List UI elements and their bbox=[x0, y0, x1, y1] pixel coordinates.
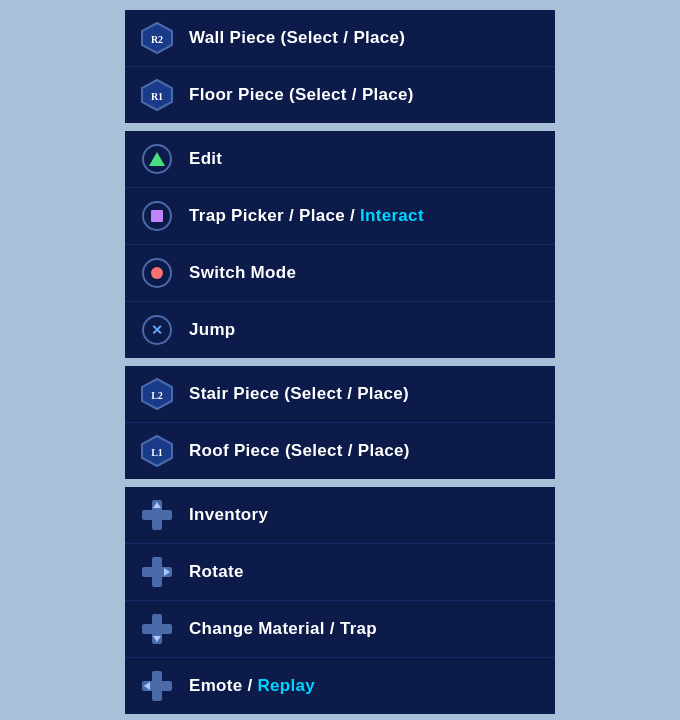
svg-text:R2: R2 bbox=[151, 34, 163, 45]
group-dpad: Inventory Rotate Change Material / Tra bbox=[125, 487, 555, 714]
triangle-icon bbox=[139, 141, 175, 177]
switch-mode-row: Switch Mode bbox=[125, 245, 555, 302]
jump-row: ✕ Jump bbox=[125, 302, 555, 358]
change-material-row: Change Material / Trap bbox=[125, 601, 555, 658]
roof-piece-label: Roof Piece (Select / Place) bbox=[189, 441, 410, 461]
circle-icon bbox=[139, 255, 175, 291]
stair-piece-label: Stair Piece (Select / Place) bbox=[189, 384, 409, 404]
group-r-triggers: R2 Wall Piece (Select / Place) R1 Floor … bbox=[125, 10, 555, 123]
jump-label: Jump bbox=[189, 320, 236, 340]
svg-text:L2: L2 bbox=[151, 390, 163, 401]
inventory-row: Inventory bbox=[125, 487, 555, 544]
wall-piece-label: Wall Piece (Select / Place) bbox=[189, 28, 405, 48]
switch-mode-label: Switch Mode bbox=[189, 263, 296, 283]
edit-row: Edit bbox=[125, 131, 555, 188]
trap-picker-row: Trap Picker / Place / Interact bbox=[125, 188, 555, 245]
svg-rect-5 bbox=[142, 510, 172, 520]
keybind-list: R2 Wall Piece (Select / Place) R1 Floor … bbox=[125, 10, 555, 720]
group-l-triggers: L2 Stair Piece (Select / Place) L1 Roof … bbox=[125, 366, 555, 479]
svg-text:L1: L1 bbox=[151, 447, 163, 458]
dpad-right-icon bbox=[139, 554, 175, 590]
rotate-row: Rotate bbox=[125, 544, 555, 601]
dpad-up-icon bbox=[139, 497, 175, 533]
dpad-down-icon bbox=[139, 611, 175, 647]
edit-label: Edit bbox=[189, 149, 222, 169]
floor-piece-row: R1 Floor Piece (Select / Place) bbox=[125, 67, 555, 123]
svg-text:R1: R1 bbox=[151, 91, 163, 102]
stair-piece-row: L2 Stair Piece (Select / Place) bbox=[125, 366, 555, 423]
floor-piece-label: Floor Piece (Select / Place) bbox=[189, 85, 414, 105]
roof-piece-row: L1 Roof Piece (Select / Place) bbox=[125, 423, 555, 479]
inventory-label: Inventory bbox=[189, 505, 268, 525]
emote-row: Emote / Replay bbox=[125, 658, 555, 714]
trap-picker-label: Trap Picker / Place / Interact bbox=[189, 206, 424, 226]
change-material-label: Change Material / Trap bbox=[189, 619, 377, 639]
r1-icon: R1 bbox=[139, 77, 175, 113]
dpad-left-icon bbox=[139, 668, 175, 704]
rotate-label: Rotate bbox=[189, 562, 244, 582]
l2-icon: L2 bbox=[139, 376, 175, 412]
square-icon bbox=[139, 198, 175, 234]
l1-icon: L1 bbox=[139, 433, 175, 469]
r2-icon: R2 bbox=[139, 20, 175, 56]
svg-rect-11 bbox=[142, 624, 172, 634]
wall-piece-row: R2 Wall Piece (Select / Place) bbox=[125, 10, 555, 67]
emote-label: Emote / Replay bbox=[189, 676, 315, 696]
group-face-buttons: Edit Trap Picker / Place / Interact Swit… bbox=[125, 131, 555, 358]
x-icon: ✕ bbox=[139, 312, 175, 348]
